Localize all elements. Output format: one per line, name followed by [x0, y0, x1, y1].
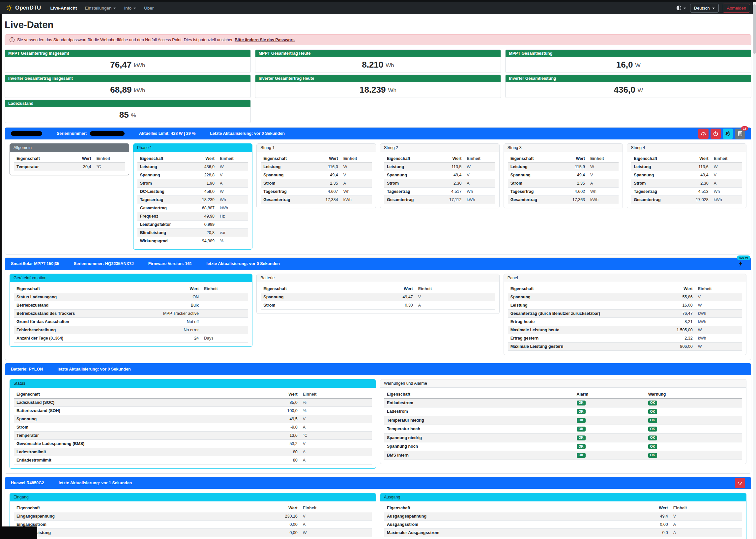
- device-info-button[interactable]: [723, 128, 733, 139]
- unit: Wh: [388, 87, 397, 94]
- property-name: Tagesertrag: [261, 188, 322, 196]
- card-geraeteinformation: GeräteinformationEigenschaftWertEinheitS…: [10, 273, 252, 347]
- nav-item-info[interactable]: Info: [124, 6, 136, 11]
- unit: W: [635, 62, 640, 69]
- table-row: Gesamtertrag17,028kWh: [631, 196, 742, 204]
- property-unit: [201, 318, 248, 326]
- property-unit: Wh: [711, 188, 742, 196]
- table-row: Spannung hochOKOK: [384, 442, 742, 451]
- property-value: 1,90: [198, 179, 217, 188]
- solar-power-badge: 429 W: [737, 256, 750, 260]
- card-body: EigenschaftWertEinheitStatus Ladeausgang…: [10, 282, 252, 346]
- property-unit: °C: [300, 537, 372, 539]
- card-body: EigenschaftWertEinheitAusgangsspannung49…: [380, 501, 746, 539]
- summary-card: MPPT Gesamtertrag Heute8.210Wh: [255, 49, 501, 73]
- unit: %: [131, 113, 136, 119]
- property-unit: A: [671, 529, 742, 537]
- theme-toggle-button[interactable]: [676, 5, 686, 11]
- huawei-section: Huawei R4850G2 letzte Aktualisierung: vo…: [5, 477, 751, 539]
- property-value: 30,4: [75, 163, 94, 171]
- ok-badge: OK: [577, 444, 585, 449]
- table-row: Tagesertrag4.513Wh: [631, 188, 742, 196]
- property-name: Spannung: [384, 171, 445, 179]
- power-control-button[interactable]: [711, 128, 721, 139]
- language-select[interactable]: Deutsch: [690, 4, 719, 13]
- card-title: Geräteinformation: [10, 274, 252, 282]
- column-header: Einheit: [300, 504, 372, 512]
- column-header: Wert: [374, 285, 416, 293]
- table-row: LadestromOKOK: [384, 407, 742, 416]
- limit-control-button[interactable]: [698, 128, 709, 139]
- column-header: Wert: [445, 155, 464, 163]
- nav-item-einstellungen[interactable]: Einstellungen: [85, 6, 116, 11]
- summary-card-title: Ladezustand: [5, 100, 250, 107]
- ok-badge: OK: [648, 409, 657, 414]
- summary-column-2: MPPT Gesamtertrag Heute8.210WhInverter G…: [255, 49, 501, 98]
- table-row: Maximaler Ausgangsstrom0,0A: [384, 529, 742, 537]
- property-unit: [201, 326, 248, 334]
- table-row: Ladestromlimit80A: [14, 448, 372, 456]
- unit: kWh: [134, 62, 145, 69]
- power-icon: [713, 131, 719, 136]
- property-name: Grund für das Ausschalten: [14, 318, 159, 326]
- card-phase-1: Phase 1EigenschaftWertEinheitLeistung436…: [133, 143, 253, 250]
- column-header: Eigenschaft: [137, 155, 198, 163]
- huawei-limit-button[interactable]: [735, 478, 745, 488]
- properties-table: EigenschaftWertEinheitLadezustand (SOC)8…: [14, 390, 372, 465]
- table-row: Leistung116,0W: [261, 163, 372, 171]
- property-value: 80: [236, 456, 300, 465]
- logout-button[interactable]: Abmelden: [723, 4, 750, 13]
- property-name: Fehlerbeschreibung: [14, 326, 159, 334]
- alarm-cell: OK: [574, 407, 646, 416]
- alert-text: Sie verwenden das Standardpasswort für d…: [17, 38, 233, 42]
- card-title: Allgemein: [10, 144, 129, 152]
- table-row: Maximale Leistung gestern806,00W: [508, 343, 742, 351]
- property-value: 459,0: [198, 188, 217, 196]
- event-log-button[interactable]: 15: [735, 128, 745, 139]
- table-row: Strom1,90A: [137, 179, 248, 188]
- properties-table: EigenschaftWertEinheitSpannung55,86VLeis…: [508, 285, 742, 351]
- table-row: Temperatur13,6°C: [14, 431, 372, 440]
- value: 85: [119, 110, 129, 120]
- warning-cell: OK: [646, 433, 742, 442]
- property-name: Spannung: [14, 415, 236, 423]
- summary-card-value: 76,47kWh: [5, 57, 250, 73]
- speedometer-icon: [701, 131, 706, 136]
- table-row: Tagesertrag18.239Wh: [137, 196, 248, 204]
- property-value: -9,0: [236, 423, 300, 431]
- table-row: Ausgangsspannung49,4V: [384, 512, 742, 520]
- pylon-last-update: letzte Aktualisierung: vor 0 Sekunden: [57, 367, 131, 371]
- table-row: BMS internOKOK: [384, 451, 742, 460]
- ok-badge: OK: [648, 435, 657, 440]
- property-value: 228,8: [198, 171, 217, 179]
- victron-title: SmartSolar MPPT 150|35: [11, 262, 59, 266]
- table-row: Frequenz49,98Hz: [137, 212, 248, 220]
- scrollbar-thumb[interactable]: [753, 4, 756, 54]
- property-value: 17,384: [322, 196, 340, 204]
- brand[interactable]: OpenDTU: [6, 5, 41, 11]
- nav-item-live-ansicht[interactable]: Live-Ansicht: [50, 6, 77, 11]
- ok-badge: OK: [577, 426, 585, 431]
- change-password-link[interactable]: Bitte ändern Sie das Passwort.: [235, 38, 295, 42]
- card-body: EigenschaftWertEinheitSpannung49,47VStro…: [257, 282, 499, 314]
- table-row: Tagesertrag4.607Wh: [261, 188, 372, 196]
- nav-item-ueber[interactable]: Über: [144, 6, 154, 11]
- huawei-title: Huawei R4850G2: [11, 481, 44, 485]
- property-name: Blindleistung: [137, 229, 198, 237]
- column-header: Wert: [606, 504, 670, 512]
- property-unit: A: [300, 423, 372, 431]
- property-value: 2,30: [445, 179, 464, 188]
- table-row: Strom2,30A: [631, 179, 742, 188]
- pylon-section-header: Batterie: PYLON letzte Aktualisierung: v…: [5, 363, 751, 375]
- table-row: Leistung115,9W: [508, 163, 619, 171]
- card-title: Warnungen und Alarme: [380, 379, 746, 388]
- huawei-actions: [735, 478, 745, 488]
- property-name: Gesamtertrag: [384, 196, 445, 204]
- column-header: Eigenschaft: [508, 285, 653, 293]
- table-row: Gesamtertrag17,363kWh: [508, 196, 619, 204]
- table-row: Spannung49,4V: [508, 171, 619, 179]
- scrollbar[interactable]: [753, 2, 756, 539]
- value: 8.210: [362, 60, 383, 70]
- page-content: Live-Daten ! Sie verwenden das Standardp…: [0, 20, 756, 539]
- property-value: 13,6: [236, 431, 300, 440]
